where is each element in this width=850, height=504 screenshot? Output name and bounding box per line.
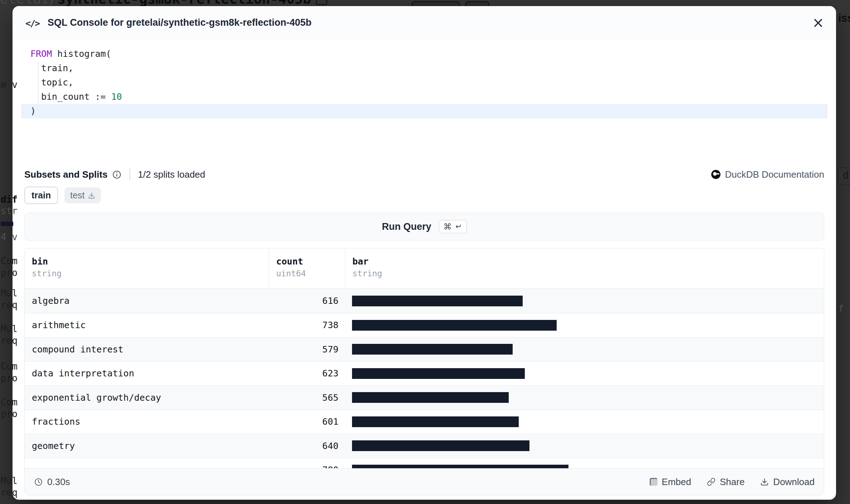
sql-editor[interactable]: FROM histogram(train,topic,bin_count := … bbox=[13, 40, 836, 166]
modal-header: </> SQL Console for gretelai/synthetic-g… bbox=[13, 6, 836, 41]
cell-count: 565 bbox=[269, 392, 345, 403]
background-fragment: Mul bbox=[1, 288, 18, 298]
link-icon bbox=[707, 478, 715, 486]
splits-row: train test bbox=[24, 187, 101, 204]
table-row: arithmetic738 bbox=[25, 313, 824, 337]
histogram-bar bbox=[352, 368, 525, 379]
table-row: algebra616 bbox=[25, 289, 824, 313]
embed-button[interactable]: Embed bbox=[650, 476, 691, 488]
table-header-row: bin string count uint64 bar string bbox=[25, 248, 824, 289]
table-row: 780 bbox=[25, 458, 824, 469]
table-row: exponential growth/decay565 bbox=[25, 385, 824, 410]
column-header-bar: bar string bbox=[345, 248, 824, 288]
duckdb-logo-icon bbox=[711, 169, 721, 179]
code-line[interactable]: train, bbox=[21, 61, 827, 75]
download-button[interactable]: Download bbox=[760, 476, 815, 488]
histogram-bar bbox=[352, 416, 519, 427]
background-fragment: f row bbox=[838, 303, 850, 314]
code-icon: </> bbox=[25, 18, 39, 29]
table-row: data interpretation623 bbox=[25, 361, 824, 386]
split-button-test[interactable]: test bbox=[64, 187, 101, 203]
splits-loaded-status: 1/2 splits loaded bbox=[138, 169, 205, 180]
background-page-header: etelai/synthetic-gsm8k-reflection-405b bbox=[0, 0, 850, 6]
cell-bar bbox=[345, 416, 824, 427]
clock-icon bbox=[34, 478, 43, 486]
background-fragment: req bbox=[1, 487, 18, 498]
code-line[interactable]: bin_count := 10 bbox=[21, 90, 827, 104]
background-fragment: req bbox=[1, 335, 18, 346]
code-line[interactable]: ) bbox=[21, 104, 827, 118]
background-like-button bbox=[411, 1, 460, 6]
embed-icon bbox=[650, 478, 658, 486]
sql-keyword: FROM bbox=[30, 49, 52, 59]
split-button-train[interactable]: train bbox=[24, 187, 58, 204]
cell-bin: arithmetic bbox=[25, 320, 269, 330]
keyboard-shortcut-badge: ⌘ bbox=[439, 220, 467, 233]
cell-count: 623 bbox=[269, 368, 345, 379]
cell-count: 640 bbox=[269, 441, 345, 451]
download-icon bbox=[760, 478, 769, 486]
sql-console-modal: </> SQL Console for gretelai/synthetic-g… bbox=[13, 6, 836, 500]
background-fragment: ⊞ v bbox=[1, 79, 18, 90]
sql-text: bin_count bbox=[41, 92, 95, 102]
background-repo-title: synthetic-gsm8k-reflection-405b bbox=[57, 0, 311, 6]
cell-count: 738 bbox=[269, 320, 345, 330]
cell-bin: data interpretation bbox=[25, 368, 269, 379]
code-line[interactable]: FROM histogram( bbox=[21, 47, 827, 61]
background-fragment: 4 v bbox=[1, 232, 18, 242]
histogram-bar bbox=[352, 465, 568, 468]
histogram-bar bbox=[352, 296, 523, 306]
sql-text: topic, bbox=[41, 77, 73, 88]
background-fragment: Mul bbox=[1, 323, 18, 334]
cell-bar bbox=[345, 320, 824, 331]
histogram-bar bbox=[352, 320, 557, 331]
modal-title: SQL Console for gretelai/synthetic-gsm8k… bbox=[48, 17, 312, 28]
cell-bin: compound interest bbox=[25, 344, 269, 355]
cell-bin: exponential growth/decay bbox=[25, 392, 269, 403]
cell-count: 780 bbox=[269, 465, 345, 468]
cell-count: 579 bbox=[269, 344, 345, 355]
background-repo-prefix: etelai/ bbox=[0, 0, 57, 6]
info-icon[interactable] bbox=[112, 170, 122, 179]
column-header-count: count uint64 bbox=[269, 248, 345, 288]
divider bbox=[130, 169, 130, 180]
background-fragment: dif bbox=[1, 194, 18, 205]
results-footer: 0.30s Embed Share bbox=[25, 468, 824, 495]
cell-bar bbox=[345, 368, 824, 379]
cell-bar bbox=[345, 465, 824, 468]
sql-text: train, bbox=[41, 63, 73, 73]
table-row: geometry640 bbox=[25, 434, 824, 458]
cell-bar bbox=[345, 296, 824, 306]
code-line[interactable]: topic, bbox=[21, 75, 827, 90]
cell-count: 616 bbox=[269, 296, 345, 306]
background-fragment: req bbox=[1, 300, 18, 310]
sql-text: := bbox=[95, 92, 111, 102]
results-table: bin string count uint64 bar string algeb… bbox=[24, 248, 824, 495]
cell-bar bbox=[345, 392, 824, 403]
return-key-icon bbox=[455, 223, 462, 230]
cell-count: 601 bbox=[269, 416, 345, 427]
background-fragment: pro bbox=[1, 267, 18, 278]
indent-guide bbox=[38, 61, 39, 104]
run-query-button[interactable]: Run Query ⌘ bbox=[24, 213, 824, 241]
duckdb-documentation-link[interactable]: DuckDB Documentation bbox=[711, 167, 824, 182]
download-icon bbox=[88, 192, 95, 199]
table-row: compound interest579 bbox=[25, 337, 824, 361]
background-fragment: Com bbox=[1, 256, 18, 266]
sql-text: histogram( bbox=[52, 49, 111, 59]
sql-text: ) bbox=[30, 106, 36, 116]
close-icon[interactable]: × bbox=[810, 14, 827, 31]
background-fragment: issa bbox=[838, 13, 850, 24]
background-fragment: str bbox=[1, 206, 18, 216]
background-fragment bbox=[1, 222, 13, 226]
cell-bin: fractions bbox=[25, 416, 269, 427]
background-fragment: Mul bbox=[1, 475, 18, 486]
cell-bin: algebra bbox=[25, 296, 269, 306]
share-button[interactable]: Share bbox=[707, 476, 744, 488]
cell-bar bbox=[345, 440, 824, 451]
sql-number: 10 bbox=[111, 92, 122, 102]
background-fragment: d bbox=[838, 167, 850, 185]
background-fragment: Com bbox=[1, 397, 18, 407]
histogram-bar bbox=[352, 392, 509, 403]
column-header-bin: bin string bbox=[25, 248, 269, 288]
